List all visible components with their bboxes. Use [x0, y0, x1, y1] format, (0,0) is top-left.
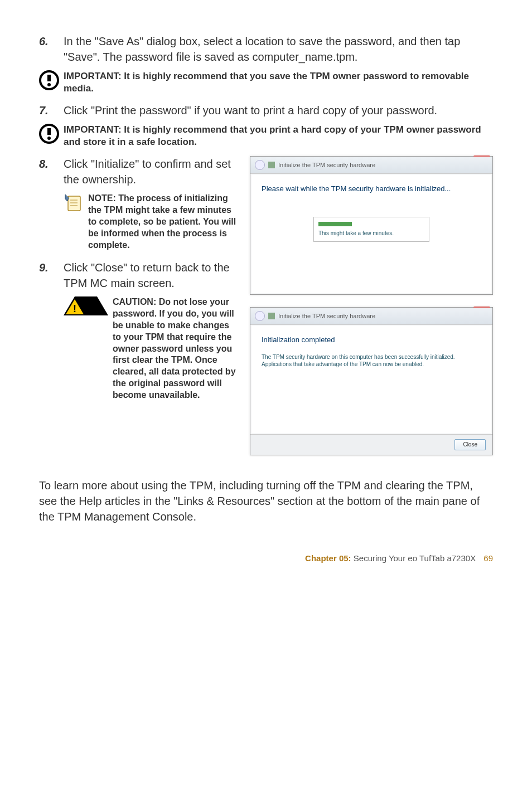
dialog-titlebar: Initialize the TPM security hardware: [250, 157, 492, 174]
callout-important-save: IMPORTANT: It is highly recommend that y…: [39, 70, 493, 95]
important-icon: [39, 124, 59, 144]
note-icon: [64, 193, 84, 213]
tpm-chip-icon: [268, 162, 275, 168]
svg-rect-0: [68, 196, 80, 211]
step-number: 9.: [39, 260, 64, 275]
dialog-title: Initialize the TPM security hardware: [278, 161, 375, 169]
callout-caution: CAUTION: Do not lose your password. If y…: [64, 296, 240, 401]
step-7: 7. Click "Print the password" if you wan…: [39, 103, 493, 118]
dialog-heading: Please wait while the TPM security hardw…: [262, 184, 481, 194]
back-icon[interactable]: [255, 311, 265, 321]
step-text: Click "Close" to return back to the TPM …: [64, 260, 240, 291]
chapter-title: Securing Your eo TufTab a7230X: [354, 553, 476, 563]
tpm-chip-icon: [268, 313, 275, 319]
step-9: 9. Click "Close" to return back to the T…: [39, 260, 240, 291]
step-text: Click "Print the password" if you want t…: [64, 103, 493, 118]
step-text: In the "Save As" dialog box, select a lo…: [64, 33, 493, 65]
important-text: IMPORTANT: It is highly recommend that y…: [64, 124, 493, 148]
page-number: 69: [483, 553, 493, 563]
body-paragraph: To learn more about using the TPM, inclu…: [39, 478, 493, 524]
step-6: 6. In the "Save As" dialog box, select a…: [39, 33, 493, 65]
note-text: NOTE: The process of initializing the TP…: [88, 193, 240, 251]
progress-bar: [318, 222, 352, 226]
dialog-heading: Initialization completed: [262, 335, 481, 345]
callout-note: NOTE: The process of initializing the TP…: [64, 193, 240, 251]
back-icon[interactable]: [255, 160, 265, 170]
caution-text: CAUTION: Do not lose your password. If y…: [113, 296, 240, 401]
dialog-initialize-complete: x Initialize the TPM security hardware I…: [250, 307, 493, 455]
step-number: 8.: [39, 156, 64, 172]
step-text: Click "Initialize" to confirm and set th…: [64, 156, 240, 187]
caution-icon: [64, 296, 108, 315]
dialog-titlebar: Initialize the TPM security hardware: [250, 308, 492, 325]
dialog-body-text: The TPM security hardware on this comput…: [262, 353, 481, 368]
step-8: 8. Click "Initialize" to confirm and set…: [39, 156, 240, 187]
important-text: IMPORTANT: It is highly recommend that y…: [64, 70, 493, 95]
dialog-title: Initialize the TPM security hardware: [278, 312, 375, 320]
dialog-initialize-progress: x Initialize the TPM security hardware P…: [250, 156, 493, 295]
progress-box: This might take a few minutes.: [313, 217, 429, 242]
page-footer: Chapter 05: Securing Your eo TufTab a723…: [39, 552, 493, 564]
chapter-label: Chapter 05:: [305, 553, 351, 563]
dialog-footer: Close: [250, 434, 492, 455]
step-number: 6.: [39, 33, 64, 49]
important-icon: [39, 70, 59, 90]
step-number: 7.: [39, 103, 64, 118]
progress-text: This might take a few minutes.: [318, 230, 424, 237]
callout-important-print: IMPORTANT: It is highly recommend that y…: [39, 124, 493, 148]
close-button[interactable]: Close: [454, 439, 486, 450]
